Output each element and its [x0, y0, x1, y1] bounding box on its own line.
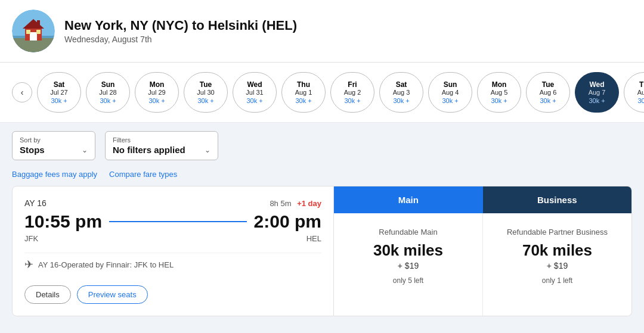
date-day-date: Jul 27 — [50, 89, 67, 96]
tab-main[interactable]: Main — [334, 186, 483, 213]
date-pill-mon-jul29[interactable]: MonJul 2930k + — [135, 72, 179, 113]
date-pill-mon-aug5[interactable]: MonAug 530k + — [477, 72, 521, 113]
filter-label: Filters — [113, 136, 210, 144]
date-price: 30k + — [51, 97, 67, 104]
depart-time: 10:55 pm — [24, 211, 102, 232]
date-pill-sat-aug3[interactable]: SatAug 330k + — [379, 72, 423, 113]
date-day-name: Wed — [247, 80, 262, 89]
date-day-date: Aug 1 — [295, 89, 312, 96]
date-price: 30k + — [637, 97, 644, 104]
date-price: 30k + — [589, 97, 605, 104]
svg-rect-8 — [36, 30, 41, 34]
flight-actions: Details Preview seats — [24, 285, 321, 304]
date-price: 30k + — [540, 97, 556, 104]
date-day-date: Jul 31 — [246, 89, 263, 96]
filter-chevron-icon: ⌄ — [205, 146, 210, 154]
date-day-name: Tue — [542, 80, 554, 89]
fare-availability: only 1 left — [495, 276, 620, 285]
date-day-date: Jul 30 — [197, 89, 214, 96]
destination-image — [12, 10, 55, 52]
sort-label: Sort by — [20, 136, 88, 144]
airport-codes: JFK HEL — [24, 234, 321, 243]
arrive-time: 2:00 pm — [254, 211, 321, 232]
date-pill-tue-jul30[interactable]: TueJul 3030k + — [184, 72, 228, 113]
header-info: New York, NY (NYC) to Helsinki (HEL) Wed… — [64, 18, 297, 44]
date-day-name: Tue — [200, 80, 212, 89]
date-pill-wed-jul31[interactable]: WedJul 3130k + — [233, 72, 277, 113]
date-price: 30k + — [100, 97, 116, 104]
flight-times: 10:55 pm 2:00 pm — [24, 211, 321, 232]
date-day-date: Aug 3 — [393, 89, 410, 96]
fare-type-label: Refundable Main — [346, 228, 470, 236]
filter-dropdown[interactable]: Filters No filters applied ⌄ — [105, 131, 218, 160]
main-content: AY 16 8h 5m +1 day 10:55 pm 2:00 pm JFK … — [0, 186, 644, 328]
date-day-date: Jul 29 — [148, 89, 165, 96]
date-pill-sun-aug4[interactable]: SunAug 430k + — [428, 72, 472, 113]
flight-duration: 8h 5m +1 day — [270, 199, 321, 208]
date-pill-thu-aug1[interactable]: ThuAug 130k + — [281, 72, 326, 113]
date-pill-fri-aug2[interactable]: FriAug 230k + — [330, 72, 374, 113]
preview-seats-button[interactable]: Preview seats — [77, 285, 148, 304]
date-day-date: Jul 28 — [99, 89, 116, 96]
date-price: 30k + — [148, 97, 165, 104]
page-header: New York, NY (NYC) to Helsinki (HEL) Wed… — [0, 0, 644, 63]
date-day-name: Mon — [492, 80, 507, 89]
date-day-date: Aug 8 — [637, 89, 644, 96]
filters-row: Sort by Stops ⌄ Filters No filters appli… — [0, 123, 644, 165]
date-pill-wed-aug7[interactable]: WedAug 730k + — [575, 72, 619, 113]
date-day-name: Thu — [297, 80, 310, 89]
date-price: 30k + — [393, 97, 409, 104]
compare-fares-link[interactable]: Compare fare types — [109, 170, 177, 179]
date-day-name: Fri — [348, 80, 357, 89]
fare-cash: + $19 — [346, 261, 470, 270]
date-pill-thu-aug8[interactable]: ThuAug 830k + — [624, 72, 644, 113]
date-prev-button[interactable]: ‹ — [12, 82, 32, 102]
date-price: 30k + — [491, 97, 507, 104]
filter-value: No filters applied — [113, 145, 185, 155]
fare-tabs: Main Business — [334, 186, 631, 213]
svg-rect-7 — [26, 30, 30, 34]
date-day-name: Sun — [101, 80, 115, 89]
travel-date: Wednesday, August 7th — [64, 35, 297, 44]
svg-rect-9 — [37, 20, 40, 27]
fare-cash: + $19 — [495, 261, 620, 270]
date-day-name: Mon — [150, 80, 165, 89]
date-day-name: Wed — [589, 80, 604, 89]
airline-logo-icon: ✈ — [24, 258, 33, 271]
fare-options: Refundable Main30k miles+ $19only 5 left… — [334, 213, 631, 316]
date-strip: ‹ SatJul 2730k +SunJul 2830k +MonJul 293… — [0, 63, 644, 123]
flight-line-icon — [109, 221, 247, 222]
route-title: New York, NY (NYC) to Helsinki (HEL) — [64, 18, 297, 33]
date-price: 30k + — [197, 97, 213, 104]
baggage-fees-link[interactable]: Baggage fees may apply — [12, 170, 97, 179]
details-button[interactable]: Details — [24, 285, 71, 304]
date-day-date: Aug 6 — [540, 89, 557, 96]
date-price: 30k + — [246, 97, 262, 104]
date-price: 30k + — [344, 97, 360, 104]
sort-chevron-icon: ⌄ — [82, 146, 88, 154]
date-pill-sun-jul28[interactable]: SunJul 2830k + — [86, 72, 130, 113]
date-pills: SatJul 2730k +SunJul 2830k +MonJul 2930k… — [37, 72, 644, 113]
date-price: 30k + — [442, 97, 458, 104]
fare-miles: 30k miles — [346, 241, 470, 260]
date-day-name: Sun — [444, 80, 457, 89]
sort-value: Stops — [20, 145, 45, 155]
flight-card: AY 16 8h 5m +1 day 10:55 pm 2:00 pm JFK … — [12, 186, 334, 316]
fare-miles: 70k miles — [495, 241, 620, 260]
sort-dropdown[interactable]: Sort by Stops ⌄ — [12, 131, 95, 160]
fare-option-0[interactable]: Refundable Main30k miles+ $19only 5 left — [334, 213, 483, 316]
action-links: Baggage fees may apply Compare fare type… — [0, 165, 644, 186]
date-pill-tue-aug6[interactable]: TueAug 630k + — [526, 72, 570, 113]
date-day-name: Sat — [54, 80, 65, 89]
fare-availability: only 5 left — [346, 276, 470, 285]
flight-number: AY 16 — [24, 198, 47, 208]
date-price: 30k + — [295, 97, 311, 104]
date-pill-sat-jul27[interactable]: SatJul 2730k + — [37, 72, 81, 113]
fare-option-1[interactable]: Refundable Partner Business70k miles+ $1… — [483, 213, 631, 316]
flight-meta: AY 16 8h 5m +1 day — [24, 198, 321, 208]
depart-airport: JFK — [24, 234, 38, 243]
fare-panel: Main Business Refundable Main30k miles+ … — [334, 186, 632, 316]
fare-type-label: Refundable Partner Business — [495, 228, 620, 236]
tab-business[interactable]: Business — [483, 186, 632, 213]
date-day-date: Aug 5 — [491, 89, 508, 96]
